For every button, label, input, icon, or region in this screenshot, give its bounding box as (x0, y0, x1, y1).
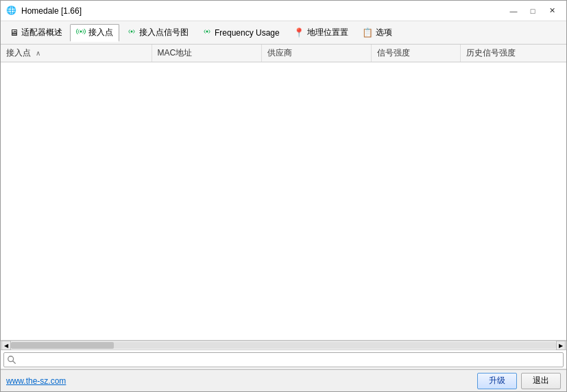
scroll-left-button[interactable]: ◀ (1, 341, 11, 350)
main-content: 接入点 ∧ MAC地址 供应商 信号强度 历史信号强 (1, 45, 566, 369)
tab-access-points-label: 接入点 (88, 27, 113, 38)
scroll-thumb[interactable] (11, 342, 114, 349)
close-button[interactable]: ✕ (543, 4, 561, 18)
table-container[interactable]: 接入点 ∧ MAC地址 供应商 信号强度 历史信号强 (1, 45, 566, 341)
tab-options-label: 选项 (376, 27, 392, 38)
frequency-usage-icon (202, 27, 212, 38)
sort-icon-access-point: ∧ (36, 49, 40, 57)
titlebar: 🌐 Homedale [1.66] — □ ✕ (1, 1, 566, 21)
tab-frequency-usage-label: Frequency Usage (215, 28, 280, 38)
tab-frequency-usage[interactable]: Frequency Usage (196, 24, 286, 42)
col-vendor[interactable]: 供应商 (261, 45, 371, 62)
window-controls: — □ ✕ (505, 4, 561, 18)
table-header-row: 接入点 ∧ MAC地址 供应商 信号强度 历史信号强 (1, 45, 566, 62)
col-history-signal[interactable]: 历史信号强度 (460, 45, 566, 62)
search-input-wrap (3, 352, 564, 367)
footer: www.the-sz.com 升级 退出 (1, 369, 566, 391)
upgrade-button[interactable]: 升级 (477, 373, 517, 389)
maximize-button[interactable]: □ (524, 4, 542, 18)
tab-signal-graph-label: 接入点信号图 (139, 27, 189, 38)
signal-graph-icon (127, 27, 136, 38)
scroll-right-button[interactable]: ▶ (556, 341, 566, 350)
scroll-track[interactable] (11, 342, 556, 349)
toolbar: 🖥 适配器概述 接入点 (1, 21, 566, 45)
access-points-icon (76, 27, 86, 38)
minimize-button[interactable]: — (505, 4, 522, 18)
tab-options[interactable]: 📋 选项 (356, 24, 398, 42)
horizontal-scrollbar[interactable]: ◀ ▶ (1, 341, 566, 350)
adapter-icon: 🖥 (10, 27, 19, 38)
window-title: Homedale [1.66] (21, 6, 505, 16)
options-icon: 📋 (362, 27, 373, 38)
search-bar (1, 350, 566, 369)
col-signal-strength[interactable]: 信号强度 (371, 45, 460, 62)
exit-button[interactable]: 退出 (521, 373, 561, 389)
access-points-table: 接入点 ∧ MAC地址 供应商 信号强度 历史信号强 (1, 45, 566, 62)
svg-line-1 (13, 360, 16, 363)
geo-location-icon: 📍 (293, 27, 304, 38)
search-icon (7, 355, 16, 365)
tab-adapter[interactable]: 🖥 适配器概述 (3, 24, 69, 42)
search-input[interactable] (19, 355, 560, 365)
col-access-point[interactable]: 接入点 ∧ (1, 45, 152, 62)
col-mac-address[interactable]: MAC地址 (152, 45, 261, 62)
tab-signal-graph[interactable]: 接入点信号图 (121, 24, 195, 42)
website-link[interactable]: www.the-sz.com (6, 376, 66, 386)
tab-geo-location[interactable]: 📍 地理位置置 (287, 24, 354, 42)
tab-access-points[interactable]: 接入点 (70, 24, 119, 42)
app-icon: 🌐 (6, 5, 17, 16)
tab-geo-location-label: 地理位置置 (307, 27, 348, 38)
tab-adapter-label: 适配器概述 (21, 27, 62, 38)
